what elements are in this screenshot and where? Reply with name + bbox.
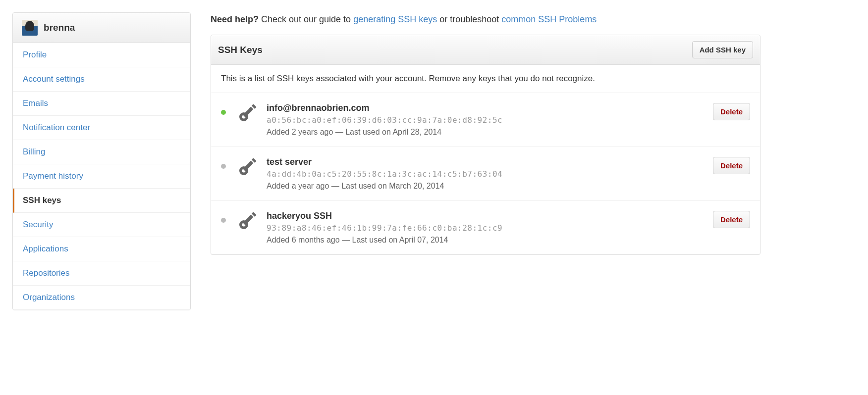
- sidebar-item-organizations[interactable]: Organizations: [13, 286, 190, 310]
- panel-header: SSH Keys Add SSH key: [211, 35, 760, 65]
- key-icon: [238, 157, 258, 177]
- key-actions: Delete: [713, 157, 750, 174]
- link-generating-ssh-keys[interactable]: generating SSH keys: [353, 14, 437, 24]
- panel-description: This is a list of SSH keys associated wi…: [211, 65, 760, 93]
- ssh-key-row: test server4a:dd:4b:0a:c5:20:55:8c:1a:3c…: [211, 147, 760, 201]
- panel-title: SSH Keys: [218, 45, 263, 55]
- status-dot: [221, 164, 226, 169]
- username: brenna: [44, 22, 75, 33]
- link-common-ssh-problems[interactable]: common SSH Problems: [501, 14, 597, 24]
- ssh-key-row: info@brennaobrien.coma0:56:bc:a0:ef:06:3…: [211, 93, 760, 147]
- settings-sidebar: brenna ProfileAccount settingsEmailsNoti…: [12, 12, 191, 310]
- main-content: Need help? Check out our guide to genera…: [211, 12, 760, 310]
- sidebar-item-security[interactable]: Security: [13, 213, 190, 237]
- sidebar-item-payment-history[interactable]: Payment history: [13, 164, 190, 189]
- sidebar-item-profile[interactable]: Profile: [13, 43, 190, 67]
- status-dot: [221, 110, 226, 115]
- key-icon: [238, 211, 258, 231]
- help-mid2: or troubleshoot: [437, 14, 501, 24]
- sidebar-item-account-settings[interactable]: Account settings: [13, 67, 190, 92]
- key-fingerprint: 4a:dd:4b:0a:c5:20:55:8c:1a:3c:ac:14:c5:b…: [267, 169, 713, 179]
- key-meta: Added a year ago — Last used on March 20…: [267, 182, 713, 191]
- ssh-keys-panel: SSH Keys Add SSH key This is a list of S…: [211, 35, 760, 255]
- sidebar-item-billing[interactable]: Billing: [13, 140, 190, 164]
- key-name: hackeryou SSH: [267, 211, 713, 221]
- delete-key-button[interactable]: Delete: [713, 103, 750, 120]
- delete-key-button[interactable]: Delete: [713, 157, 750, 174]
- key-fingerprint: 93:89:a8:46:ef:46:1b:99:7a:fe:66:c0:ba:2…: [267, 223, 713, 233]
- key-fingerprint: a0:56:bc:a0:ef:06:39:d6:03:cc:9a:7a:0e:d…: [267, 115, 713, 125]
- help-mid1: Check out our guide to: [259, 14, 353, 24]
- key-info: test server4a:dd:4b:0a:c5:20:55:8c:1a:3c…: [267, 157, 713, 191]
- key-meta: Added 6 months ago — Last used on April …: [267, 236, 713, 245]
- ssh-key-row: hackeryou SSH93:89:a8:46:ef:46:1b:99:7a:…: [211, 201, 760, 254]
- key-info: info@brennaobrien.coma0:56:bc:a0:ef:06:3…: [267, 103, 713, 137]
- sidebar-item-notification-center[interactable]: Notification center: [13, 116, 190, 140]
- key-meta: Added 2 years ago — Last used on April 2…: [267, 128, 713, 137]
- key-actions: Delete: [713, 211, 750, 228]
- status-dot: [221, 218, 226, 223]
- sidebar-item-repositories[interactable]: Repositories: [13, 261, 190, 286]
- key-name: info@brennaobrien.com: [267, 103, 713, 113]
- sidebar-item-applications[interactable]: Applications: [13, 237, 190, 261]
- sidebar-item-ssh-keys[interactable]: SSH keys: [13, 189, 190, 213]
- key-name: test server: [267, 157, 713, 167]
- help-lead: Need help?: [211, 14, 259, 24]
- help-text: Need help? Check out our guide to genera…: [211, 12, 760, 35]
- add-ssh-key-button[interactable]: Add SSH key: [692, 41, 753, 58]
- key-info: hackeryou SSH93:89:a8:46:ef:46:1b:99:7a:…: [267, 211, 713, 245]
- avatar: [22, 20, 38, 36]
- key-actions: Delete: [713, 103, 750, 120]
- sidebar-item-emails[interactable]: Emails: [13, 92, 190, 116]
- delete-key-button[interactable]: Delete: [713, 211, 750, 228]
- sidebar-user-header: brenna: [13, 13, 190, 43]
- key-icon: [238, 103, 258, 123]
